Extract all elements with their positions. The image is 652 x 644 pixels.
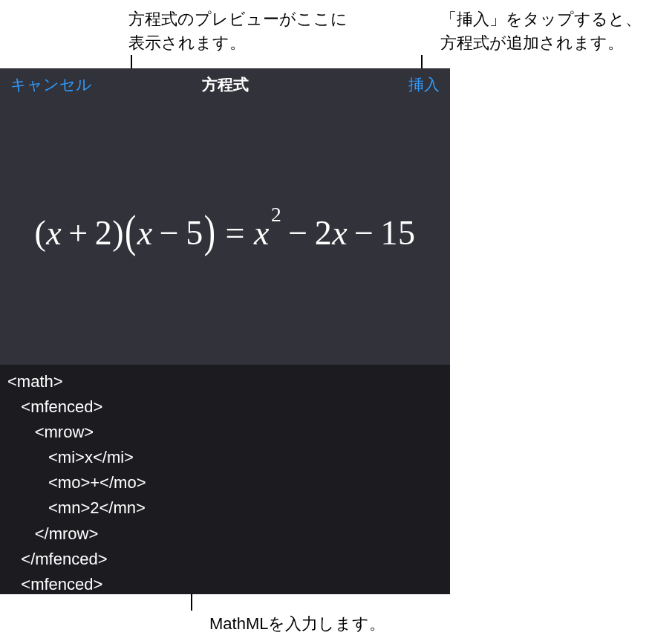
cancel-button[interactable]: キャンセル [0,68,102,101]
operator-minus: − [153,214,186,252]
equation-preview: (x+2)(x−5)=x2−2x−15 [34,213,415,253]
variable-x: x [137,214,153,252]
callout-preview-text: 方程式のプレビューがここに 表示されます。 [128,7,348,55]
variable-x: x [254,214,270,252]
callout-insert-line [421,55,423,70]
insert-button[interactable]: 挿入 [398,68,450,101]
mathml-code-input[interactable]: <math> <mfenced> <mrow> <mi>x</mi> <mo>+… [0,365,450,594]
number-2: 2 [315,214,333,252]
editor-title: 方程式 [202,74,249,95]
right-paren: ) [112,214,124,252]
callout-insert-text: 「挿入」をタップすると、 方程式が追加されます。 [440,7,642,55]
callout-mathml-text: MathMLを入力します。 [209,612,385,636]
number-15: 15 [381,214,416,252]
operator-minus: − [281,214,314,252]
operator-minus: − [348,214,380,252]
right-paren-large: ) [204,204,216,258]
operator-equals: = [217,214,254,252]
variable-x: x [46,214,62,252]
editor-navbar: キャンセル 方程式 挿入 [0,68,450,101]
operator-plus: + [62,214,94,252]
equation-preview-area: (x+2)(x−5)=x2−2x−15 [0,101,450,365]
left-paren: ( [34,214,46,252]
variable-x: x [332,214,348,252]
number-5: 5 [186,214,203,252]
superscript-2: 2 [271,203,281,226]
left-paren-large: ( [125,204,137,258]
equation-editor-panel: キャンセル 方程式 挿入 (x+2)(x−5)=x2−2x−15 <math> … [0,68,450,594]
number-2: 2 [95,214,113,252]
